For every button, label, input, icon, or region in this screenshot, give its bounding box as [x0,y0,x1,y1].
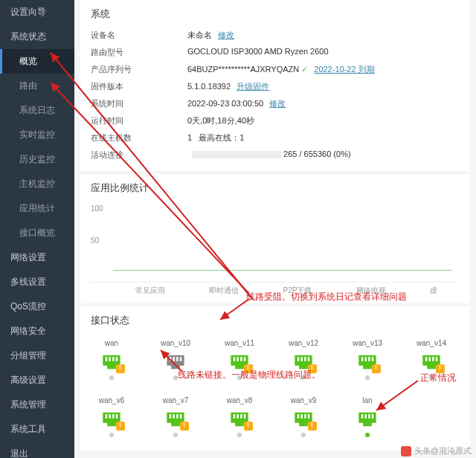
interface-wan_v9[interactable]: wan_v9 [283,396,324,437]
svg-rect-35 [244,414,245,419]
sidebar-item-0[interactable]: 设置向导 [0,0,74,25]
status-dot [237,375,242,380]
interface-wan_v6[interactable]: wan_v6 [91,396,132,437]
warning-icon [436,364,445,373]
interface-lan[interactable]: lan [347,396,388,437]
warning-icon [372,364,381,373]
upgrade-firmware-link[interactable]: 升级固件 [237,82,269,91]
row-firmware: 固件版本 5.1.0.18392升级固件 [91,78,460,95]
interface-wan_v14[interactable]: wan_v14 [411,339,452,380]
ethernet-port-icon [165,410,186,428]
expiry-link[interactable]: 2022-10-22 到期 [314,65,374,74]
svg-rect-18 [368,357,370,361]
svg-rect-24 [106,414,107,419]
ethernet-port-icon [293,353,314,371]
svg-rect-25 [109,414,111,419]
svg-rect-1 [109,357,111,361]
system-panel: 系统 设备名 未命名修改 路由型号 GOCLOUD ISP3000 AMD Ry… [80,0,470,171]
chart-x-labels: 常见应用 即时通信 P2P下载 网络电视 虚 [91,286,460,296]
svg-rect-21 [429,357,431,361]
chart-baseline [113,270,452,271]
sidebar-item-10[interactable]: 网络设置 [0,245,74,270]
sidebar-item-14[interactable]: 分组管理 [0,344,74,368]
svg-rect-36 [298,414,299,419]
app-ratio-panel: 应用比例统计 100 50 常见应用 即时通信 P2P下载 网络电视 虚 [80,174,470,303]
sidebar-item-7[interactable]: 主机监控 [0,172,74,196]
svg-rect-8 [234,357,235,361]
modify-time-link[interactable]: 修改 [269,99,286,108]
interface-wan_v13[interactable]: wan_v13 [347,339,388,380]
interface-label: wan_v6 [91,396,132,404]
svg-rect-26 [112,414,114,419]
svg-rect-22 [432,357,434,361]
sidebar-item-4[interactable]: 系统日志 [0,98,74,123]
svg-rect-37 [301,414,303,419]
row-hosts: 在线主机数 1 最高在线：1 [91,129,460,146]
row-serial: 产品序列号 64BUZP**********AJXRYQAZN ✓2022-10… [91,61,460,78]
svg-rect-11 [244,357,245,361]
interface-label: wan_v14 [411,339,452,347]
svg-rect-39 [308,414,309,419]
sidebar-item-13[interactable]: 网络安全 [0,319,74,344]
svg-rect-30 [176,414,178,419]
sidebar-item-8[interactable]: 应用统计 [0,196,74,221]
svg-rect-38 [304,414,306,419]
status-dot [301,433,306,437]
interface-wan_v12[interactable]: wan_v12 [283,339,324,380]
svg-rect-29 [173,414,175,419]
sidebar-item-17[interactable]: 系统工具 [0,417,74,442]
ethernet-port-icon [229,410,250,428]
interface-wan[interactable]: wan [91,339,132,380]
modify-name-link[interactable]: 修改 [218,30,234,39]
sidebar-item-6[interactable]: 历史监控 [0,147,74,172]
interface-wan_v10[interactable]: wan_v10 [155,339,196,380]
interface-wan_v7[interactable]: wan_v7 [155,396,196,437]
interface-label: wan_v13 [347,339,388,347]
warning-icon [308,364,317,373]
sidebar-item-9[interactable]: 接口概览 [0,221,74,245]
status-dot [301,375,306,380]
svg-rect-17 [365,357,367,361]
sidebar-item-11[interactable]: 多线设置 [0,270,74,294]
interface-panel: 接口状态 wanwan_v10wan_v11wan_v12wan_v13wan_… [80,306,470,451]
interface-title: 接口状态 [91,314,460,327]
warning-icon [244,422,253,430]
svg-rect-0 [106,357,107,361]
sidebar: 设置向导系统状态概览路由系统日志实时监控历史监控主机监控应用统计接口概览网络设置… [0,0,74,458]
svg-rect-12 [298,357,299,361]
sidebar-item-1[interactable]: 系统状态 [0,25,74,49]
status-dot [173,375,178,380]
svg-rect-20 [425,357,427,361]
sidebar-item-12[interactable]: QoS流控 [0,294,74,319]
status-dot [365,375,370,380]
sidebar-item-5[interactable]: 实时监控 [0,123,74,147]
row-systime: 系统时间 2022-09-23 03:00:50修改 [91,95,460,112]
row-uptime: 运行时间 0天,0时,18分,40秒 [91,112,460,129]
ethernet-port-icon [229,353,250,371]
row-model: 路由型号 GOCLOUD ISP3000 AMD Ryzen 2600 [91,44,460,61]
svg-rect-4 [170,357,171,361]
sidebar-item-3[interactable]: 路由 [0,74,74,98]
svg-rect-42 [368,414,370,419]
sidebar-item-16[interactable]: 系统管理 [0,393,74,417]
ethernet-port-icon [101,410,122,428]
system-title: 系统 [91,7,460,21]
svg-rect-19 [372,357,373,361]
warning-icon [180,422,189,430]
sidebar-item-18[interactable]: 退出 [0,442,74,458]
svg-rect-6 [176,357,178,361]
sidebar-item-2[interactable]: 概览 [0,49,74,74]
interface-wan_v8[interactable]: wan_v8 [219,396,260,437]
svg-rect-40 [361,414,363,419]
svg-rect-16 [361,357,363,361]
interface-wan_v11[interactable]: wan_v11 [219,339,260,380]
ethernet-port-icon [101,353,122,371]
interface-label: wan [91,339,132,347]
interface-label: wan_v9 [283,396,324,404]
svg-rect-31 [180,414,181,419]
interface-label: wan_v10 [155,339,196,347]
ethernet-port-icon [165,353,186,371]
svg-rect-14 [304,357,306,361]
sidebar-item-15[interactable]: 高级设置 [0,368,74,393]
warning-icon [308,422,317,430]
